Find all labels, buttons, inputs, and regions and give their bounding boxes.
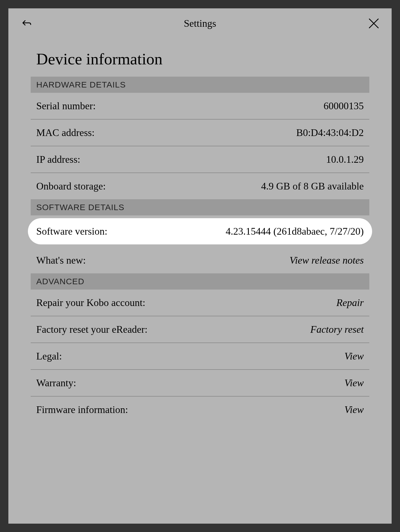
- legal-action[interactable]: View: [344, 350, 364, 362]
- row-whats-new[interactable]: What's new: View release notes: [31, 247, 369, 273]
- back-icon[interactable]: [20, 17, 33, 30]
- content-area: Device information HARDWARE DETAILS Seri…: [8, 38, 392, 423]
- row-firmware-info[interactable]: Firmware information: View: [31, 397, 369, 423]
- topbar-title: Settings: [184, 18, 216, 29]
- close-icon[interactable]: [367, 17, 380, 30]
- legal-label: Legal:: [36, 350, 62, 362]
- factory-action[interactable]: Factory reset: [310, 324, 364, 335]
- version-value: 4.23.15444 (261d8abaec, 7/27/20): [226, 225, 364, 237]
- repair-action[interactable]: Repair: [336, 297, 364, 308]
- ip-label: IP address:: [36, 154, 80, 165]
- storage-label: Onboard storage:: [36, 180, 106, 192]
- row-serial-number: Serial number: 60000135: [31, 93, 369, 120]
- row-ip-address: IP address: 10.0.1.29: [31, 146, 369, 173]
- ip-value: 10.0.1.29: [326, 154, 364, 165]
- warranty-action[interactable]: View: [344, 377, 364, 389]
- section-header-software: SOFTWARE DETAILS: [31, 199, 369, 215]
- whatsnew-action[interactable]: View release notes: [290, 254, 364, 266]
- row-warranty[interactable]: Warranty: View: [31, 370, 369, 397]
- firmware-label: Firmware information:: [36, 404, 128, 416]
- version-label: Software version:: [36, 225, 107, 237]
- mac-value: B0:D4:43:04:D2: [296, 127, 364, 139]
- row-repair-account[interactable]: Repair your Kobo account: Repair: [31, 290, 369, 316]
- row-onboard-storage: Onboard storage: 4.9 GB of 8 GB availabl…: [31, 173, 369, 199]
- page-title: Device information: [31, 50, 369, 68]
- row-mac-address: MAC address: B0:D4:43:04:D2: [31, 120, 369, 146]
- repair-label: Repair your Kobo account:: [36, 297, 145, 308]
- mac-label: MAC address:: [36, 127, 95, 139]
- section-header-hardware: HARDWARE DETAILS: [31, 77, 369, 93]
- settings-screen: Settings Device information HARDWARE DET…: [8, 8, 392, 524]
- row-software-version: Software version: 4.23.15444 (261d8abaec…: [28, 218, 372, 244]
- storage-value: 4.9 GB of 8 GB available: [261, 180, 364, 192]
- factory-label: Factory reset your eReader:: [36, 324, 148, 335]
- row-legal[interactable]: Legal: View: [31, 343, 369, 370]
- serial-label: Serial number:: [36, 100, 96, 112]
- serial-value: 60000135: [324, 100, 364, 112]
- whatsnew-label: What's new:: [36, 254, 86, 266]
- topbar: Settings: [8, 8, 392, 38]
- firmware-action[interactable]: View: [344, 404, 364, 416]
- warranty-label: Warranty:: [36, 377, 76, 389]
- section-header-advanced: ADVANCED: [31, 273, 369, 290]
- row-factory-reset[interactable]: Factory reset your eReader: Factory rese…: [31, 316, 369, 343]
